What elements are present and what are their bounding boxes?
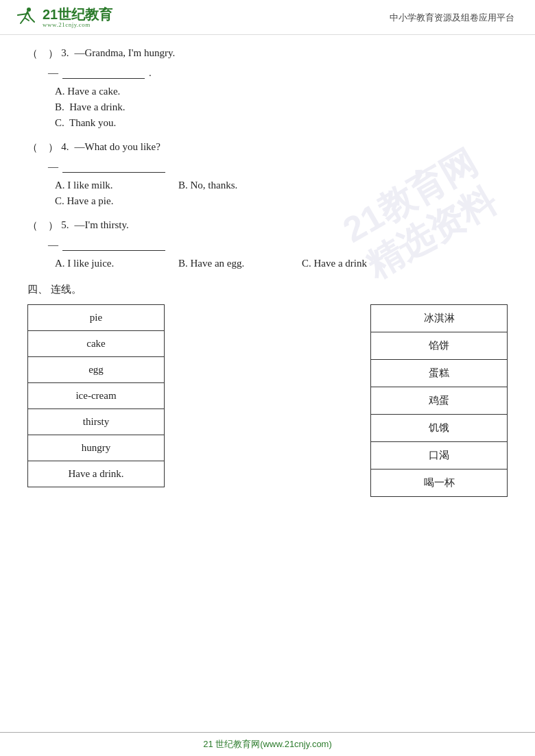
- match-right-col: 冰淇淋 馅饼 蛋糕 鸡蛋 饥饿 口渴 喝一杯: [370, 304, 508, 496]
- q4-answer-line: —: [48, 161, 508, 173]
- match-right-1: 馅饼: [370, 332, 508, 360]
- q4-bracket-open: （: [27, 141, 38, 154]
- question-4: （ ） 4. —What do you like? — A. I like mi…: [27, 141, 508, 207]
- q4-option-ab: A. I like milk. B. No, thanks.: [55, 180, 508, 191]
- q4-line: （ ） 4. —What do you like?: [27, 141, 508, 154]
- match-left-4: thirsty: [27, 409, 165, 435]
- q3-number: 3.: [61, 47, 69, 59]
- match-right-5: 口渴: [370, 441, 508, 470]
- q4-opt-b-text: B. No, thanks.: [178, 180, 237, 191]
- logo-text: 21世纪教育 www.21cnjy.com: [43, 7, 112, 29]
- q4-bracket-close: ）: [40, 141, 58, 154]
- logo-main-text: 21世纪教育: [43, 7, 112, 22]
- match-right-0: 冰淇淋: [370, 304, 508, 332]
- q5-opt-c-text: C. Have a drink: [302, 258, 367, 269]
- q5-opt-a-text: A. I like juice.: [55, 258, 165, 269]
- page-header: 21世纪教育 www.21cnjy.com 中小学教育资源及组卷应用平台: [0, 0, 535, 35]
- q4-number: 4.: [61, 141, 69, 153]
- q3-opt-a-text: A. Have a cake.: [55, 86, 120, 97]
- match-right-2: 蛋糕: [370, 359, 508, 387]
- logo-area: 21世纪教育 www.21cnjy.com: [14, 5, 112, 30]
- question-3: （ ） 3. —Grandma, I'm hungry. — . A. Have…: [27, 47, 508, 129]
- q3-dash: —: [48, 67, 58, 79]
- match-right-4: 饥饿: [370, 414, 508, 442]
- match-right-3: 鸡蛋: [370, 387, 508, 415]
- q4-option-c: C. Have a pie.: [55, 195, 508, 207]
- q4-underline: [62, 162, 165, 173]
- main-content: 21教育网精选资料 （ ） 3. —Grandma, I'm hungry. —…: [0, 35, 535, 517]
- q5-bracket-close: ）: [40, 219, 58, 232]
- match-container: pie cake egg ice-cream thirsty hungry Ha…: [27, 304, 508, 496]
- q5-underline: [62, 240, 165, 251]
- page-footer: 21 世纪教育网(www.21cnjy.com): [0, 732, 535, 756]
- match-left-5: hungry: [27, 435, 165, 461]
- q5-bracket-open: （: [27, 219, 38, 232]
- q5-dash: —: [48, 239, 58, 251]
- q3-option-a: A. Have a cake.: [55, 86, 508, 97]
- q3-options: A. Have a cake. B. Have a drink. C. Than…: [55, 86, 508, 129]
- match-left-3: ice-cream: [27, 382, 165, 409]
- q5-number: 5.: [61, 219, 69, 231]
- match-left-0: pie: [27, 304, 165, 331]
- match-left-col: pie cake egg ice-cream thirsty hungry Ha…: [27, 304, 165, 487]
- section-four-header: 四、 连线。: [27, 283, 508, 296]
- q5-line: （ ） 5. —I'm thirsty.: [27, 219, 508, 232]
- q3-line: （ ） 3. —Grandma, I'm hungry.: [27, 47, 508, 60]
- q5-options: A. I like juice. B. Have an egg. C. Have…: [55, 258, 508, 269]
- logo-sub-text: www.21cnjy.com: [43, 22, 112, 29]
- match-left-6: Have a drink.: [27, 461, 165, 487]
- q3-prompt: —Grandma, I'm hungry.: [75, 47, 176, 59]
- q5-opt-b-text: B. Have an egg.: [178, 258, 288, 269]
- q4-prompt: —What do you like?: [75, 141, 160, 153]
- q5-prompt: —I'm thirsty.: [75, 219, 129, 231]
- section-four-title: 连线。: [51, 283, 82, 295]
- q5-answer-line: —: [48, 239, 508, 251]
- question-5: （ ） 5. —I'm thirsty. — A. I like juice. …: [27, 219, 508, 269]
- footer-text: 21 世纪教育网(www.21cnjy.com): [203, 739, 332, 749]
- q3-opt-b-text: B. Have a drink.: [55, 101, 125, 113]
- match-right-6: 喝一杯: [370, 469, 508, 497]
- q3-underline: [62, 68, 145, 79]
- logo-runner-icon: [14, 5, 38, 30]
- q4-dash: —: [48, 161, 58, 173]
- q3-bracket-close: ）: [40, 47, 58, 60]
- q3-opt-c-text: C. Thank you.: [55, 117, 116, 129]
- q3-option-b: B. Have a drink.: [55, 101, 508, 113]
- section-four-label: 四、: [27, 283, 48, 295]
- q3-period: .: [149, 67, 152, 79]
- header-platform-text: 中小学教育资源及组卷应用平台: [390, 12, 514, 24]
- q4-opt-c-text: C. Have a pie.: [55, 195, 113, 207]
- q5-option-abc: A. I like juice. B. Have an egg. C. Have…: [55, 258, 508, 269]
- q4-opt-a-text: A. I like milk.: [55, 180, 165, 191]
- q3-bracket-open: （: [27, 47, 38, 60]
- match-left-2: egg: [27, 356, 165, 383]
- q4-options: A. I like milk. B. No, thanks. C. Have a…: [55, 180, 508, 207]
- q3-option-c: C. Thank you.: [55, 117, 508, 129]
- q3-answer-line: — .: [48, 67, 508, 79]
- match-left-1: cake: [27, 330, 165, 357]
